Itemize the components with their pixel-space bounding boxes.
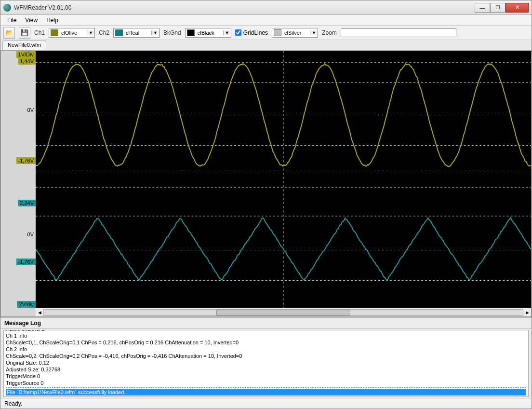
chevron-down-icon[interactable]: ▼ bbox=[310, 30, 318, 35]
log-line: ChScale=0,1, ChScaleOrig=0,1 ChPos = 0,2… bbox=[6, 339, 526, 346]
ch2-min-label: -1,76V bbox=[16, 259, 36, 265]
scroll-right-icon[interactable]: ▶ bbox=[523, 310, 531, 315]
menu-bar: File View Help bbox=[0, 15, 532, 26]
ch2-color-combo[interactable]: clTeal ▼ bbox=[113, 28, 160, 38]
menu-help[interactable]: Help bbox=[42, 16, 62, 25]
waveform-canvas[interactable] bbox=[36, 51, 531, 308]
ch2-swatch bbox=[115, 29, 123, 36]
gridlines-input[interactable] bbox=[235, 29, 241, 36]
horizontal-scrollbar[interactable]: ◀ ▶ bbox=[36, 308, 531, 316]
zoom-label: Zoom bbox=[322, 29, 337, 36]
menu-view[interactable]: View bbox=[21, 16, 41, 25]
grid-color-value: clSilver bbox=[283, 30, 310, 36]
scroll-track[interactable] bbox=[43, 309, 523, 316]
ch2-max-label: 2,24V bbox=[18, 200, 36, 206]
bkgnd-swatch bbox=[187, 29, 195, 36]
ch2-zero-label: 0V bbox=[26, 231, 36, 238]
ch2-value: clTeal bbox=[124, 30, 151, 36]
title-bar: WFMReader V2.01.00 — ☐ ✕ bbox=[0, 0, 532, 15]
window-controls: — ☐ ✕ bbox=[475, 3, 529, 13]
menu-file[interactable]: File bbox=[3, 16, 20, 25]
ch1-zero-label: 0V bbox=[26, 107, 36, 113]
bkgnd-color-combo[interactable]: clBlack ▼ bbox=[185, 28, 231, 38]
close-button[interactable]: ✕ bbox=[505, 3, 529, 13]
open-button[interactable]: 📂 bbox=[3, 27, 15, 39]
file-tab[interactable]: NewFile0.wfm bbox=[2, 41, 46, 50]
grid-swatch bbox=[274, 29, 281, 36]
scroll-left-icon[interactable]: ◀ bbox=[36, 310, 43, 315]
y-axis: 1V/Div 1,44V 0V -1,76V 2,24V 0V -1,76V 2… bbox=[1, 51, 36, 308]
message-log-body[interactable]: Active channel 2Ch 1 infoChScale=0,1, Ch… bbox=[3, 330, 529, 397]
bkgnd-value: clBlack bbox=[196, 30, 223, 36]
status-text: Ready. bbox=[4, 400, 22, 407]
log-line: Ch 1 info bbox=[6, 332, 526, 339]
scroll-thumb[interactable] bbox=[216, 310, 350, 315]
maximize-button[interactable]: ☐ bbox=[490, 3, 505, 13]
ch1-scale-label: 1V/Div bbox=[16, 51, 36, 58]
message-log-panel: Message Log Active channel 2Ch 1 infoChS… bbox=[0, 317, 532, 398]
ch1-label: Ch1 bbox=[34, 29, 45, 36]
save-button[interactable]: 💾 bbox=[19, 27, 30, 39]
ch2-label: Ch2 bbox=[99, 29, 109, 36]
ch1-max-label: 1,44V bbox=[18, 58, 36, 65]
tab-row: NewFile0.wfm bbox=[0, 40, 532, 51]
log-line: Adjusted Size: 0,32768 bbox=[6, 366, 526, 373]
log-line: Original Size: 0,12 bbox=[6, 359, 526, 366]
bkgnd-label: BkGnd bbox=[163, 29, 181, 36]
log-line: Ch 2 info bbox=[6, 346, 526, 353]
ch2-scale-label: 2V/div bbox=[17, 301, 36, 308]
ch1-swatch bbox=[51, 29, 58, 36]
ch1-color-combo[interactable]: clOlive ▼ bbox=[49, 28, 95, 38]
gridlines-label: GridLines bbox=[243, 29, 268, 36]
app-icon bbox=[3, 4, 11, 12]
ch1-min-label: -1,76V bbox=[16, 157, 36, 164]
toolbar: 📂 💾 Ch1 clOlive ▼ Ch2 clTeal ▼ BkGnd clB… bbox=[0, 26, 532, 40]
log-line: TriggerSource 0 bbox=[6, 380, 526, 386]
log-line: TriggerMode 0 bbox=[6, 373, 526, 380]
window-title: WFMReader V2.01.00 bbox=[14, 4, 71, 11]
chevron-down-icon[interactable]: ▼ bbox=[151, 30, 159, 35]
ch1-value: clOlive bbox=[60, 30, 87, 36]
gridlines-checkbox[interactable]: GridLines bbox=[235, 29, 268, 36]
log-line-highlight[interactable]: File `D:\temp1\NewFile0.wfm` successfull… bbox=[6, 389, 526, 395]
log-line: ChScale=0,2, ChScaleOrig=0,2 ChPos = -0,… bbox=[6, 353, 526, 359]
message-log-header: Message Log bbox=[0, 318, 532, 329]
plot-area: 1V/Div 1,44V 0V -1,76V 2,24V 0V -1,76V 2… bbox=[0, 51, 532, 317]
minimize-button[interactable]: — bbox=[475, 3, 490, 13]
chevron-down-icon[interactable]: ▼ bbox=[223, 30, 231, 35]
status-bar: Ready. bbox=[0, 398, 532, 409]
zoom-slider[interactable] bbox=[341, 28, 456, 37]
grid-color-combo[interactable]: clSilver ▼ bbox=[272, 28, 318, 38]
chevron-down-icon[interactable]: ▼ bbox=[87, 30, 94, 35]
